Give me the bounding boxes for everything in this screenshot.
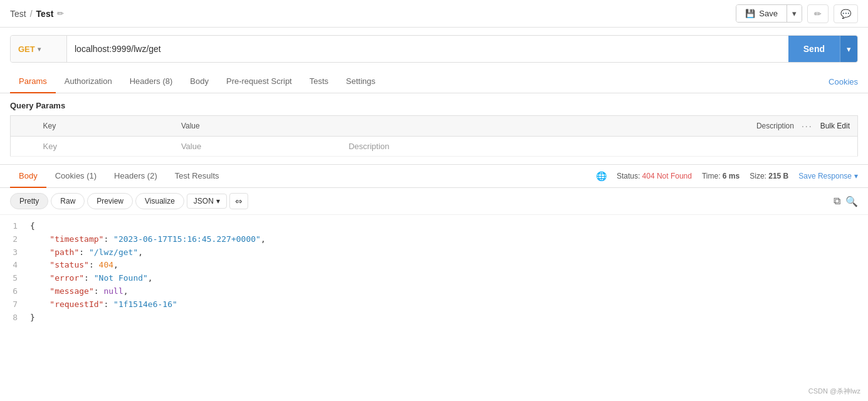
status-value: 404 Not Found — [642, 172, 692, 180]
row-value[interactable]: Value — [174, 137, 341, 157]
status-label: Status: 404 Not Found — [617, 172, 692, 180]
tab-pre-request-script[interactable]: Pre-request Script — [217, 70, 301, 93]
code-line-2: "timestamp": "2023-06-17T15:16:45.227+00… — [30, 233, 863, 246]
response-tab-headers[interactable]: Headers (2) — [105, 165, 166, 188]
line-numbers: 12345678 — [0, 220, 25, 324]
copy-button[interactable]: ⧉ — [834, 195, 840, 207]
watermark: CSDN @杀神lwz — [808, 387, 860, 396]
params-table: Key Value Description ··· Bulk Edit Key … — [10, 115, 858, 157]
pencil-icon-button[interactable]: ✏ — [807, 4, 829, 23]
breadcrumb: Test / Test ✏ — [10, 9, 64, 19]
tab-params[interactable]: Params — [10, 70, 56, 93]
code-area: 12345678 { "timestamp": "2023-06-17T15:1… — [0, 215, 868, 329]
tab-tests[interactable]: Tests — [301, 70, 337, 93]
code-line-3: "path": "/lwz/get", — [30, 246, 863, 259]
more-options-icon[interactable]: ··· — [802, 121, 813, 131]
table-row: Key Value Description — [11, 137, 858, 157]
tab-settings[interactable]: Settings — [337, 70, 384, 93]
time-label: Time: 6 ms — [702, 172, 740, 180]
tab-authorization[interactable]: Authorization — [56, 70, 121, 93]
response-tab-cookies[interactable]: Cookies (1) — [46, 165, 105, 188]
method-select[interactable]: GET ▾ — [11, 36, 67, 62]
comment-icon-button[interactable]: 💬 — [834, 4, 858, 23]
response-tabs: Body Cookies (1) Headers (2) Test Result… — [10, 165, 228, 187]
code-content: { "timestamp": "2023-06-17T15:16:45.227+… — [25, 220, 868, 324]
save-response-chevron: ▾ — [854, 172, 858, 180]
row-key[interactable]: Key — [36, 137, 174, 157]
breadcrumb-current: Test — [36, 9, 54, 19]
row-description[interactable]: Description — [341, 137, 857, 157]
breadcrumb-parent: Test — [10, 9, 26, 19]
save-chevron-button[interactable]: ▾ — [787, 5, 802, 22]
code-line-5: "error": "Not Found", — [30, 272, 863, 285]
th-checkbox — [11, 116, 36, 137]
url-input[interactable] — [67, 36, 788, 62]
code-line-4: "status": 404, — [30, 259, 863, 272]
json-format-select[interactable]: JSON ▾ — [187, 194, 227, 209]
query-params-title: Query Params — [0, 93, 868, 115]
url-bar: GET ▾ Send ▾ — [10, 35, 858, 63]
format-right: ⧉ 🔍 — [834, 195, 858, 207]
save-response-label: Save Response — [798, 172, 852, 180]
raw-button[interactable]: Raw — [51, 193, 85, 209]
pretty-button[interactable]: Pretty — [10, 193, 48, 209]
code-line-7: "requestId": "1f1514e6-16" — [30, 298, 863, 311]
response-tab-test-results[interactable]: Test Results — [166, 165, 228, 188]
tab-body[interactable]: Body — [181, 70, 217, 93]
edit-icon[interactable]: ✏ — [57, 9, 64, 18]
code-line-8: } — [30, 311, 863, 325]
send-button[interactable]: Send — [788, 36, 840, 62]
row-checkbox — [11, 137, 36, 157]
send-button-group: Send ▾ — [788, 36, 857, 62]
response-status-bar: 🌐 Status: 404 Not Found Time: 6 ms Size:… — [596, 171, 858, 181]
th-description-label: Description — [756, 122, 794, 130]
format-left: Pretty Raw Preview Visualize JSON ▾ ⇔ — [10, 193, 248, 209]
save-button[interactable]: 💾 Save — [736, 5, 787, 22]
th-value: Value — [174, 116, 341, 137]
tab-headers[interactable]: Headers (8) — [121, 70, 182, 93]
save-label: Save — [759, 9, 778, 18]
bulk-edit-button[interactable]: Bulk Edit — [820, 122, 850, 130]
size-label: Size: 215 B — [750, 172, 788, 180]
method-chevron-icon: ▾ — [38, 46, 41, 53]
globe-icon: 🌐 — [596, 171, 607, 181]
th-description: Description ··· Bulk Edit — [341, 116, 857, 137]
breadcrumb-separator: / — [30, 9, 33, 19]
th-key: Key — [36, 116, 174, 137]
request-tabs-row: Params Authorization Headers (8) Body Pr… — [0, 70, 868, 93]
response-tabs-row: Body Cookies (1) Headers (2) Test Result… — [0, 165, 868, 188]
cookies-link[interactable]: Cookies — [829, 71, 858, 93]
code-line-6: "message": null, — [30, 285, 863, 298]
json-chevron-icon: ▾ — [216, 197, 220, 206]
save-response-button[interactable]: Save Response ▾ — [798, 172, 858, 180]
preview-button[interactable]: Preview — [87, 193, 133, 209]
top-bar: Test / Test ✏ 💾 Save ▾ ✏ 💬 — [0, 0, 868, 28]
top-actions: 💾 Save ▾ ✏ 💬 — [736, 4, 858, 23]
save-disk-icon: 💾 — [745, 9, 755, 18]
json-label: JSON — [194, 197, 214, 206]
search-button[interactable]: 🔍 — [845, 195, 858, 207]
wrap-button[interactable]: ⇔ — [229, 193, 248, 209]
send-chevron-button[interactable]: ▾ — [840, 36, 857, 62]
size-value: 215 B — [768, 172, 788, 180]
code-line-1: { — [30, 220, 863, 233]
visualize-button[interactable]: Visualize — [135, 193, 184, 209]
time-value: 6 ms — [723, 172, 740, 180]
method-label: GET — [18, 44, 35, 54]
response-section: Body Cookies (1) Headers (2) Test Result… — [0, 164, 868, 329]
save-button-group: 💾 Save ▾ — [736, 4, 802, 23]
format-toolbar: Pretty Raw Preview Visualize JSON ▾ ⇔ ⧉ … — [0, 188, 868, 215]
response-tab-body[interactable]: Body — [10, 165, 46, 188]
request-tabs: Params Authorization Headers (8) Body Pr… — [10, 70, 384, 93]
